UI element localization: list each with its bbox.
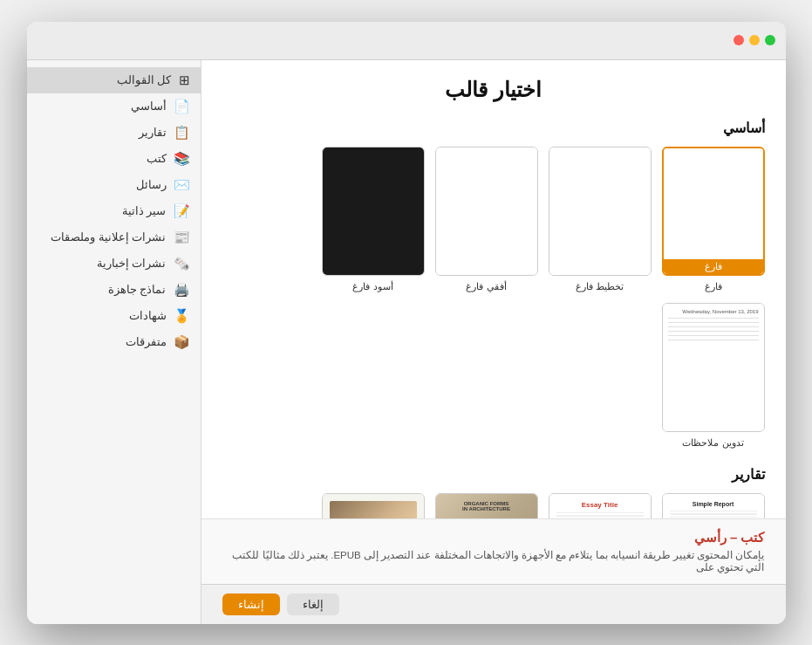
note-line-6 [668, 340, 759, 340]
essay-title: Essay Title [556, 501, 644, 509]
stationery-icon: 🖨️ [174, 282, 190, 298]
sidebar-item-flyers-label: نشرات إعلانية وملصقات [51, 230, 166, 244]
template-organic[interactable]: ORGANIC FORMS IN ARCHITECTURE ORGANIC FO… [435, 493, 538, 518]
template-notetaking[interactable]: Wednesday, November 13, 2019 تدوين ملاحظ… [662, 303, 765, 449]
notetaking-preview: Wednesday, November 13, 2019 [663, 304, 764, 431]
simple-title: Simple Report [670, 501, 757, 507]
sl1 [670, 511, 757, 512]
template-label-landscape-blank: أفقي فارغ [466, 281, 506, 292]
create-button[interactable]: إنشاء [222, 594, 280, 615]
main-content: اختيار قالب أساسي فارغ فارغ [201, 60, 786, 518]
template-thumb-essay[interactable]: Essay Title [549, 493, 652, 518]
dialog-footer: إنشاء إلغاء [201, 584, 786, 624]
certificates-icon: 🏅 [174, 308, 190, 324]
resume-icon: 📝 [174, 203, 190, 219]
layout-blank-preview [549, 148, 651, 275]
easy-preview: Easy Decorating [323, 494, 424, 518]
section-reports-title: تقارير [222, 466, 765, 483]
sidebar-item-flyers[interactable]: 📰 نشرات إعلانية وملصقات [27, 224, 201, 250]
page-title: اختيار قالب [222, 78, 765, 102]
sidebar-item-misc-label: متفرقات [126, 335, 167, 348]
letters-icon: ✉️ [174, 177, 190, 193]
sidebar-item-resume[interactable]: 📝 سير ذاتية [27, 198, 201, 224]
note-line-3 [668, 326, 759, 327]
template-thumb-landscape-blank[interactable] [435, 147, 538, 276]
simple-preview: Simple Report [663, 494, 764, 518]
template-dark-blank[interactable]: أسود فارغ [322, 147, 425, 292]
sidebar-item-letters[interactable]: ✉️ رسائل [27, 172, 201, 198]
minimize-button[interactable] [749, 35, 760, 45]
sidebar-item-certificates[interactable]: 🏅 شهادات [27, 303, 201, 329]
template-label-notetaking: تدوين ملاحظات [682, 437, 743, 449]
reports-templates-grid: Simple Report تقرير بسيط [222, 493, 765, 518]
el2 [556, 515, 644, 517]
template-landscape-blank[interactable]: أفقي فارغ [435, 147, 538, 292]
title-bar [27, 22, 786, 60]
template-thumb-contemporary[interactable]: Easy Decorating [322, 493, 425, 518]
cancel-button[interactable]: إلغاء [287, 594, 339, 615]
sidebar-item-certificates-label: شهادات [129, 309, 167, 322]
basic-templates-grid: فارغ فارغ تخطيط فارغ [222, 147, 765, 449]
note-line-5 [668, 335, 759, 336]
sidebar-item-all[interactable]: ⊞ كل القوالب [27, 67, 201, 93]
sidebar-item-stationery-label: نماذج جاهزة [108, 283, 167, 296]
template-thumb-notetaking[interactable]: Wednesday, November 13, 2019 [662, 303, 765, 432]
template-thumb-layout-blank[interactable] [549, 147, 652, 276]
note-line-1 [668, 318, 759, 319]
flyers-icon: 📰 [174, 230, 190, 245]
template-label-layout-blank: تخطيط فارغ [576, 281, 624, 292]
sl3 [670, 517, 757, 518]
template-layout-blank[interactable]: تخطيط فارغ [549, 147, 652, 292]
sidebar-item-all-label: كل القوالب [117, 73, 172, 86]
organic-title: ORGANIC FORMSIN ARCHITECTURE [443, 501, 530, 511]
landscape-blank-preview [436, 148, 537, 275]
note-line-4 [668, 331, 759, 332]
sidebar-item-books[interactable]: 📚 كتب [27, 146, 201, 172]
sidebar-item-stationery[interactable]: 🖨️ نماذج جاهزة [27, 277, 201, 303]
sidebar: ⊞ كل القوالب 📄 أساسي 📋 تقارير 📚 كتب ✉️ ر… [27, 60, 201, 624]
easy-img [330, 501, 417, 518]
bottom-desc: يإمكان المحتوى تغيير طريقة انسيابه بما ي… [222, 549, 765, 573]
sidebar-item-books-label: كتب [147, 152, 167, 165]
template-blank-selected[interactable]: فارغ فارغ [662, 147, 765, 292]
note-header: Wednesday, November 13, 2019 [668, 309, 759, 314]
template-label-dark-blank: أسود فارغ [352, 281, 392, 292]
sidebar-item-newsletters-label: نشرات إخبارية [97, 257, 167, 270]
template-thumb-organic[interactable]: ORGANIC FORMS IN ARCHITECTURE ORGANIC FO… [435, 493, 538, 518]
template-label-blank-selected: فارغ [705, 281, 722, 292]
newsletters-icon: 🗞️ [174, 256, 190, 271]
template-chooser-dialog: ⊞ كل القوالب 📄 أساسي 📋 تقارير 📚 كتب ✉️ ر… [27, 22, 786, 624]
sidebar-item-newsletters[interactable]: 🗞️ نشرات إخبارية [27, 250, 201, 277]
sidebar-item-resume-label: سير ذاتية [122, 204, 167, 217]
document-icon: 📄 [174, 99, 190, 114]
el1 [556, 512, 644, 514]
template-thumb-simple[interactable]: Simple Report [662, 493, 765, 518]
misc-icon: 📦 [174, 334, 190, 350]
sidebar-item-misc[interactable]: 📦 متفرقات [27, 329, 201, 355]
dark-blank-preview [323, 148, 424, 275]
sidebar-item-reports-label: تقارير [139, 126, 167, 139]
template-essay[interactable]: Essay Title مقالة [549, 493, 652, 518]
traffic-lights [734, 35, 775, 45]
template-thumb-dark-blank[interactable] [322, 147, 425, 276]
essay-preview: Essay Title [549, 494, 651, 518]
maximize-button[interactable] [765, 35, 775, 45]
template-thumb-blank-selected[interactable]: فارغ [662, 147, 765, 276]
section-basic-title: أساسي [222, 120, 765, 136]
sidebar-item-letters-label: رسائل [136, 178, 167, 191]
sidebar-item-basic-label: أساسي [131, 99, 167, 113]
dialog-body: ⊞ كل القوالب 📄 أساسي 📋 تقارير 📚 كتب ✉️ ر… [27, 60, 786, 624]
template-contemporary[interactable]: Easy Decorating Contemporary Report [322, 493, 425, 518]
close-button[interactable] [734, 35, 744, 45]
sidebar-item-reports[interactable]: 📋 تقارير [27, 120, 201, 146]
books-icon: 📚 [174, 151, 190, 167]
note-line-2 [668, 322, 759, 323]
blank-preview [664, 148, 763, 274]
sl2 [670, 513, 757, 515]
organic-preview: ORGANIC FORMS IN ARCHITECTURE ORGANIC FO… [436, 494, 537, 518]
sidebar-item-basic[interactable]: 📄 أساسي [27, 93, 201, 120]
bottom-title: كتب – رأسي [222, 530, 765, 546]
template-simple-report[interactable]: Simple Report تقرير بسيط [662, 493, 765, 518]
blank-badge: فارغ [664, 259, 763, 274]
reports-icon: 📋 [174, 125, 190, 141]
